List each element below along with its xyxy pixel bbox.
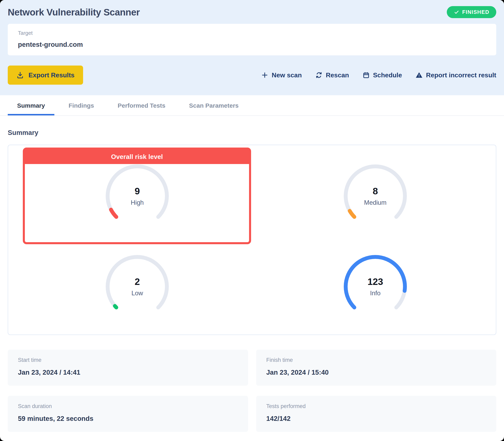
status-badge: FINISHED — [447, 6, 496, 18]
target-value: pentest-ground.com — [18, 41, 486, 48]
tab-findings[interactable]: Findings — [59, 95, 103, 115]
tab-performed-tests[interactable]: Performed Tests — [108, 95, 175, 115]
rescan-label: Rescan — [326, 71, 349, 79]
tests-performed-label: Tests performed — [266, 403, 486, 410]
scan-duration-card: Scan duration 59 minutes, 22 seconds — [8, 396, 248, 432]
page-title: Network Vulnerability Scanner — [8, 7, 140, 18]
low-count: 2 — [135, 276, 140, 287]
new-scan-link[interactable]: New scan — [261, 71, 302, 79]
export-results-label: Export Results — [29, 71, 75, 79]
report-incorrect-result-link[interactable]: Report incorrect result — [415, 71, 496, 79]
scanner-window: Network Vulnerability Scanner FINISHED T… — [0, 0, 504, 441]
tab-summary[interactable]: Summary — [8, 95, 54, 115]
summary-card: Overall risk level 9 High 8 Medium — [8, 145, 496, 335]
tab-scan-parameters[interactable]: Scan Parameters — [179, 95, 248, 115]
medium-count: 8 — [373, 186, 378, 197]
target-label: Target — [18, 30, 486, 36]
header-section: Network Vulnerability Scanner FINISHED T… — [0, 0, 504, 95]
report-incorrect-result-label: Report incorrect result — [426, 71, 496, 79]
gauge-high: 9 High — [105, 163, 170, 229]
download-icon — [16, 71, 24, 79]
gauge-info: 123 Info — [343, 254, 408, 319]
summary-heading: Summary — [8, 129, 496, 137]
scan-duration-value: 59 minutes, 22 seconds — [18, 415, 238, 423]
gauge-medium: 8 Medium — [343, 163, 408, 229]
plus-icon — [261, 71, 268, 79]
finish-time-label: Finish time — [266, 357, 486, 363]
tests-performed-value: 142/142 — [266, 415, 486, 423]
schedule-link[interactable]: Schedule — [362, 71, 402, 79]
scan-duration-label: Scan duration — [18, 403, 238, 410]
start-time-card: Start time Jan 23, 2024 / 14:41 — [8, 350, 248, 386]
schedule-label: Schedule — [373, 71, 402, 79]
refresh-icon — [315, 71, 323, 79]
target-box: Target pentest-ground.com — [8, 24, 496, 55]
tab-bar: Summary Findings Performed Tests Scan Pa… — [0, 95, 504, 116]
tests-performed-card: Tests performed 142/142 — [256, 396, 496, 432]
low-label: Low — [131, 290, 143, 297]
info-label: Info — [370, 290, 381, 297]
info-count: 123 — [368, 276, 383, 287]
export-results-button[interactable]: Export Results — [8, 65, 83, 85]
start-time-value: Jan 23, 2024 / 14:41 — [18, 369, 238, 376]
gauge-low: 2 Low — [105, 254, 170, 319]
finish-time-value: Jan 23, 2024 / 15:40 — [266, 369, 486, 376]
start-time-label: Start time — [18, 357, 238, 363]
rescan-link[interactable]: Rescan — [315, 71, 349, 79]
overall-risk-title: Overall risk level — [25, 149, 249, 164]
new-scan-label: New scan — [272, 71, 302, 79]
warning-icon — [415, 71, 423, 79]
check-icon — [454, 9, 459, 15]
scan-details: Start time Jan 23, 2024 / 14:41 Finish t… — [8, 350, 496, 432]
status-badge-label: FINISHED — [462, 9, 489, 15]
finish-time-card: Finish time Jan 23, 2024 / 15:40 — [256, 350, 496, 386]
calendar-icon — [362, 71, 370, 79]
high-count: 9 — [135, 186, 140, 197]
high-label: High — [131, 199, 144, 206]
medium-label: Medium — [364, 199, 387, 206]
